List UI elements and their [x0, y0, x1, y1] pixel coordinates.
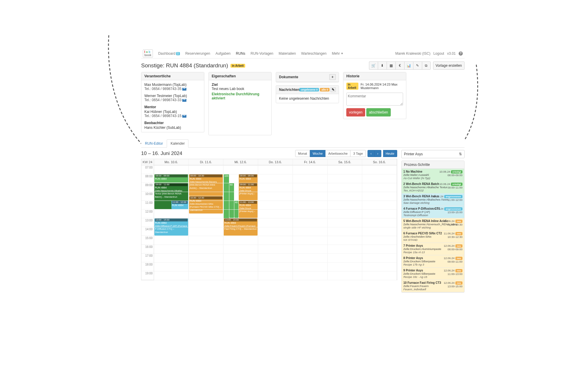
messages-panel: Nachrichten ungelesene 0 alle 0 ✎ Keine … [276, 85, 339, 103]
day-header: Mi. 12.6. [223, 159, 258, 165]
process-step[interactable]: 10 Furnace Fast Firing CT3Zelle:Feuern:F… [402, 280, 464, 292]
next-button[interactable]: › [375, 150, 381, 157]
hour-label: 16:00 [141, 245, 154, 253]
day-header: Fr. 14.6. [293, 159, 328, 165]
day-header: So. 16.6. [362, 159, 397, 165]
all-tag[interactable]: alle 0 [320, 88, 330, 91]
process-step[interactable]: 3 Wet-Bench RENA IndusZelle:Nasschemie:A… [402, 194, 464, 206]
goal-label: Ziel [212, 83, 268, 87]
logo: labbook [143, 49, 153, 58]
process-step[interactable]: 8 Printer AsysZelle:Drucken:SilberpasteR… [402, 255, 464, 268]
sort-icon: ⇅ [459, 152, 462, 156]
day-column[interactable]: 08:00 - 10:30RUN 4884Zelle:Nasschemie:Ät… [189, 165, 223, 280]
view-arbeitswoche[interactable]: Arbeitswoche [325, 150, 350, 157]
calendar-event[interactable]: 11:00 - 12:00RUN 4884 [171, 201, 188, 209]
day-column[interactable]: 08:00 - 09:00RUN 488409:00 - 11:00RUN 48… [154, 165, 189, 280]
euro-icon[interactable]: € [395, 61, 404, 70]
process-steps-heading: Prozess-Schritte [402, 161, 464, 169]
process-step[interactable]: 5 Wet-Bench RENA Inline AcidicZelle:Nass… [402, 218, 464, 231]
abschliessen-button[interactable]: abschließen [366, 108, 391, 116]
messages-heading: Nachrichten [279, 88, 299, 92]
edit-icon[interactable]: ✎ [413, 61, 422, 70]
today-button[interactable]: Heute [383, 150, 397, 157]
person-name: Werner Testmeier (TopLab) [144, 94, 201, 98]
hour-label: 15:00 [141, 236, 154, 245]
download-icon[interactable]: ⬇ [378, 61, 387, 70]
person-tel: Tel.: 0654 / 9898743-15 [144, 114, 181, 118]
copy-icon[interactable]: ⧉ [422, 61, 431, 70]
process-step[interactable]: 4 Furnace P-Diffusion CT1Zelle:Diffusion… [402, 206, 464, 218]
process-steps-panel: Prozess-Schritte 1 No MachineZelle:Wafer… [401, 161, 465, 293]
unread-tag[interactable]: ungelesene 0 [299, 88, 319, 91]
nav-materialien[interactable]: Materialien [276, 50, 298, 57]
responsible-panel: Verantwortliche Max Mustermann (TopLab) … [141, 72, 204, 132]
mail-icon[interactable] [182, 115, 186, 118]
hour-label: 11:00 [141, 201, 154, 209]
mentor-label: Mentor [144, 105, 201, 109]
process-step[interactable]: 9 Printer AsysZelle:Drucken:SilberpasteR… [402, 268, 464, 280]
person-tel: Tel.: 0654 / 9898743-33 [144, 98, 181, 102]
nav-mehr[interactable]: Mehr▼ [330, 50, 346, 57]
nav-version: v3.01 [447, 51, 456, 56]
history-status: in Arbeit [346, 83, 358, 90]
nav-aufgaben[interactable]: Aufgaben [213, 50, 233, 57]
hour-label: 09:00 [141, 183, 154, 192]
day-column[interactable]: 100604008:00 - 09:00RUN 488409:00 - 11:0… [223, 165, 258, 280]
properties-panel: Eigenschaften Ziel Test neues Lab book E… [208, 72, 272, 135]
day-column[interactable] [293, 165, 328, 280]
day-column[interactable] [258, 165, 293, 280]
person-name: Kai Hübner (TopLab) [144, 110, 201, 114]
hour-label: 08:00 [141, 174, 154, 183]
compose-message-icon[interactable]: ✎ [330, 87, 336, 92]
hour-label: 07:00 [141, 165, 154, 174]
nav-user[interactable]: Marek Kralewski (ISC) [395, 51, 430, 56]
calendar-grid[interactable]: KW 24 Mo. 10.6.Di. 11.6.Mi. 12.6.Do. 13.… [141, 159, 397, 280]
calendar-event[interactable]: 08:00 - 10:30RUN 4884Zelle:Nasschemie:Ät… [189, 174, 223, 196]
day-header: Do. 13.6. [258, 159, 293, 165]
history-entry: Fr. 14.06.2024 14:23 Max Mustermann [361, 83, 403, 90]
process-step[interactable]: 1 No MachineZelle:Wafer:AuswahlAs-Cut-Wa… [402, 169, 464, 181]
device-select[interactable]: Printer Asys ⇅ [401, 150, 465, 158]
nav-reservierungen[interactable]: Reservierungen [183, 50, 213, 57]
hour-label: 19:00 [141, 271, 154, 280]
nav-logout[interactable]: Logout [433, 51, 444, 56]
calendar-event[interactable]: 10:30 - 12:30RUN 4884Zelle:Abscheiden:Si… [189, 196, 223, 213]
properties-heading: Eigenschaften [209, 72, 271, 80]
history-heading: Historie [343, 72, 406, 80]
tab-run-editor[interactable]: RUN-Editor [141, 139, 167, 148]
hour-label: 10:00 [141, 192, 154, 201]
nav-runs[interactable]: RUNs [233, 50, 248, 57]
view-monat[interactable]: Monat [295, 150, 310, 157]
week-label: KW 24 [141, 159, 154, 165]
chart-icon[interactable]: 📊 [404, 61, 413, 70]
tab-kalender[interactable]: Kalender [167, 139, 188, 148]
vorlegen-button[interactable]: vorlegen [346, 108, 365, 116]
process-step[interactable]: 7 Printer AsysZelle:Drucken:Aluminiumpas… [402, 243, 464, 255]
day-column[interactable] [328, 165, 362, 280]
nav-dashboard[interactable]: Dashboard0 [156, 50, 182, 57]
view-3 tage[interactable]: 3 Tage [350, 150, 366, 157]
document-icon[interactable]: ▦ [387, 61, 395, 70]
nav-warteschlangen[interactable]: Warteschlangen [299, 50, 329, 57]
cart-icon[interactable]: 🛒 [369, 61, 378, 70]
page-title: Sonstige: RUN 4884 (Standardrun) [141, 62, 228, 69]
day-column[interactable] [362, 165, 397, 280]
hour-label: 14:00 [141, 227, 154, 236]
calendar-event[interactable]: 08:00 - 09:00RUN 4884 [154, 174, 188, 183]
comment-input[interactable] [346, 93, 403, 106]
day-header: Sa. 15.6. [328, 159, 362, 165]
process-step[interactable]: 6 Furnace PECVD SiNx CT2Zelle:Abscheiden… [402, 231, 464, 243]
status-badge: in Arbeit [230, 64, 245, 68]
prev-button[interactable]: ‹ [368, 150, 375, 157]
mail-icon[interactable] [182, 88, 186, 91]
nav-run-vorlagen[interactable]: RUN-Vorlagen [248, 50, 275, 57]
process-step[interactable]: 2 Wet-Bench RENA BatchZelle:Nasschemie:A… [402, 181, 464, 194]
mail-icon[interactable] [182, 99, 186, 102]
view-woche[interactable]: Woche [310, 150, 325, 157]
help-icon[interactable]: ? [459, 51, 463, 56]
add-document-button[interactable]: + [329, 74, 336, 80]
create-template-button[interactable]: Vorlage erstellen [433, 61, 465, 70]
observer-label: Beobachter [144, 121, 201, 125]
navbar: labbook Dashboard0 Reservierungen Aufgab… [141, 49, 465, 59]
hour-label: 18:00 [141, 262, 154, 271]
